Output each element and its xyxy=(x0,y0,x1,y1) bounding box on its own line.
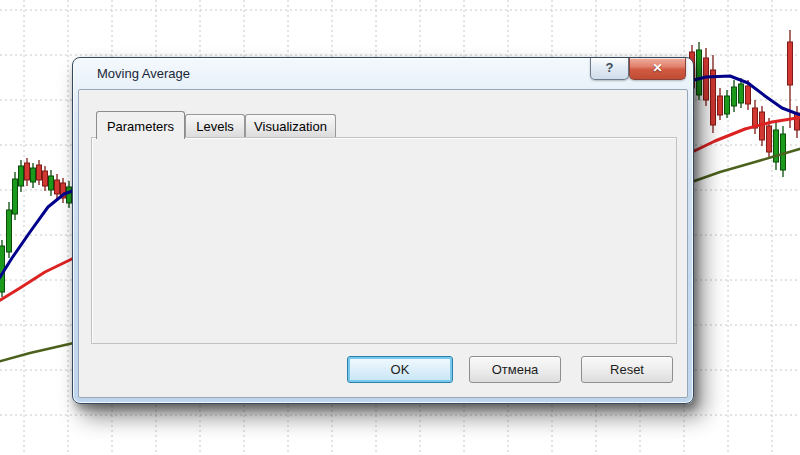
parameters-page xyxy=(91,137,677,344)
help-button[interactable]: ? xyxy=(590,58,629,80)
help-icon: ? xyxy=(606,60,614,75)
cancel-button[interactable]: Отмена xyxy=(469,356,561,383)
ok-button[interactable]: OK xyxy=(347,356,453,383)
tab-levels[interactable]: Levels xyxy=(185,114,245,138)
close-button[interactable]: ✕ xyxy=(629,58,686,80)
tab-visualization[interactable]: Visualization xyxy=(245,114,336,138)
metatrader-chart-screen: Moving Average ? ✕ Parameters Levels Vis… xyxy=(0,0,800,455)
dialog-title: Moving Average xyxy=(97,66,190,81)
moving-average-dialog: Moving Average ? ✕ Parameters Levels Vis… xyxy=(72,57,694,404)
close-icon: ✕ xyxy=(652,61,662,75)
reset-button[interactable]: Reset xyxy=(581,356,673,383)
tab-parameters[interactable]: Parameters xyxy=(96,111,185,139)
